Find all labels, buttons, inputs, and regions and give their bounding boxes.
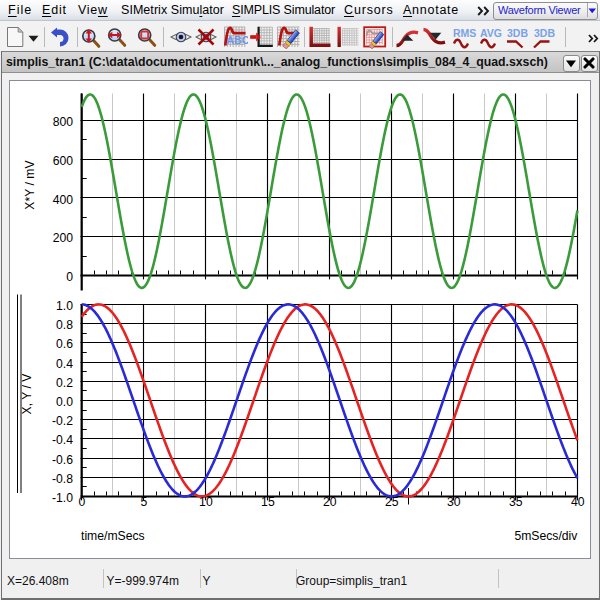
svg-text:X, Y / V: X, Y / V	[20, 373, 34, 415]
svg-text:-1.0: -1.0	[52, 491, 73, 505]
svg-text:200: 200	[53, 231, 74, 245]
svg-text:0.2: 0.2	[56, 376, 73, 390]
svg-text:-0.8: -0.8	[52, 472, 73, 486]
svg-text:25: 25	[385, 495, 399, 509]
svg-text:-0.6: -0.6	[52, 453, 73, 467]
svg-text:0.8: 0.8	[56, 318, 73, 332]
svg-text:1.0: 1.0	[56, 299, 73, 313]
svg-text:0.6: 0.6	[56, 337, 73, 351]
svg-text:X*Y / mV: X*Y / mV	[23, 160, 37, 210]
svg-text:0.4: 0.4	[56, 357, 73, 371]
svg-text:20: 20	[323, 495, 337, 509]
svg-text:5: 5	[141, 495, 148, 509]
svg-text:35: 35	[509, 495, 523, 509]
svg-text:40: 40	[571, 495, 585, 509]
svg-text:time/mSecs: time/mSecs	[81, 529, 145, 543]
svg-text:400: 400	[53, 193, 74, 207]
svg-text:800: 800	[53, 115, 74, 129]
svg-text:-0.4: -0.4	[52, 433, 73, 447]
svg-text:0: 0	[79, 495, 86, 509]
svg-text:30: 30	[447, 495, 461, 509]
svg-text:-0.2: -0.2	[52, 414, 73, 428]
svg-text:15: 15	[261, 495, 275, 509]
svg-text:0: 0	[66, 270, 73, 284]
svg-text:600: 600	[53, 154, 74, 168]
svg-text:5mSecs/div: 5mSecs/div	[514, 529, 578, 543]
svg-text:0.0: 0.0	[56, 395, 73, 409]
svg-text:10: 10	[199, 495, 213, 509]
